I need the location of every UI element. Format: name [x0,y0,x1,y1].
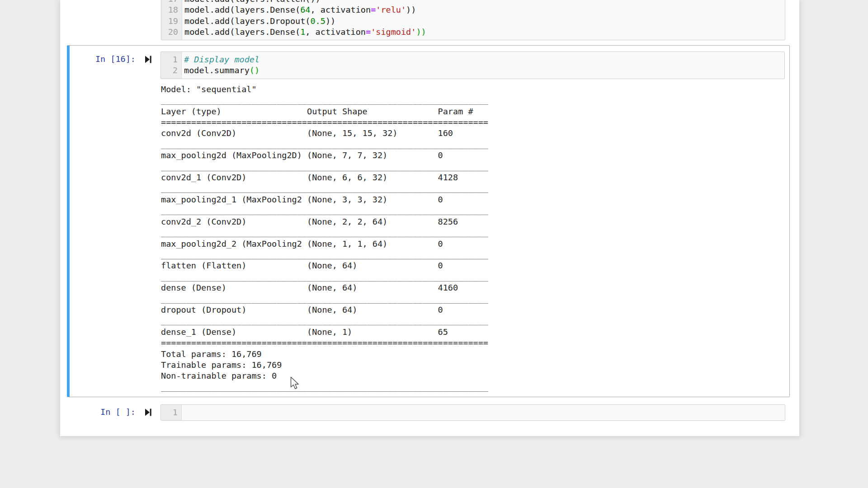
code-line[interactable]: 1# Display model [161,54,784,65]
empty-cell-prompt: In [ ]: [67,404,136,418]
active-cell[interactable]: In [16]: 1# Display model2model.summary(… [67,45,790,397]
code-line[interactable]: 17model.add(layers.Flatten()) [161,0,785,5]
line-number: 19 [161,16,182,27]
line-number: 1 [161,54,182,65]
input-prompt: In [16]: [70,52,136,65]
empty-cell[interactable]: In [ ]: 1 [67,404,789,421]
run-to-end-icon[interactable] [136,404,160,416]
code-line[interactable]: 20model.add(layers.Dense(1, activation='… [161,27,785,38]
line-number: 17 [161,0,182,5]
code-line[interactable]: 19model.add(layers.Dropout(0.5)) [161,16,785,27]
active-cell-input[interactable]: 1# Display model2model.summary() [160,52,785,79]
previous-cell-input[interactable]: 17model.add(layers.Flatten())18model.add… [161,0,785,40]
notebook-page: 17model.add(layers.Flatten())18model.add… [0,0,868,488]
notebook-container: 17model.add(layers.Flatten())18model.add… [60,0,799,436]
code-line[interactable]: 2model.summary() [161,65,784,76]
line-number: 2 [161,65,182,76]
line-number: 20 [161,27,182,38]
cell-output-text: Model: "sequential" ____________________… [161,84,789,393]
line-number: 18 [161,5,182,15]
run-to-end-icon-glyph [145,56,151,63]
line-number: 1 [161,407,182,418]
code-line[interactable]: 18model.add(layers.Dense(64, activation=… [161,5,785,15]
cell-selection-bar [67,46,70,397]
code-line[interactable]: 1 [161,407,785,418]
empty-cell-input[interactable]: 1 [160,404,785,421]
run-to-end-icon[interactable] [136,52,160,63]
run-to-end-icon-glyph [145,408,151,416]
